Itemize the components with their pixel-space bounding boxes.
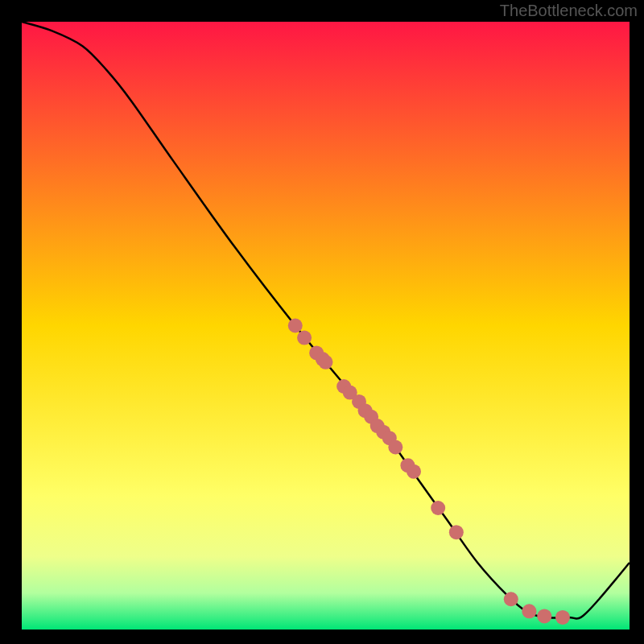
data-point <box>522 604 536 618</box>
data-point <box>555 610 570 625</box>
data-point <box>388 440 402 455</box>
data-point <box>288 319 303 333</box>
data-point <box>407 464 421 479</box>
data-point <box>319 355 333 369</box>
data-point <box>504 592 518 606</box>
data-point <box>449 525 464 539</box>
chart-container: { "watermark": "TheBottleneck.com", "cha… <box>0 0 644 644</box>
chart-svg <box>0 0 644 644</box>
data-point <box>297 331 312 345</box>
data-point <box>537 609 551 623</box>
watermark-text: TheBottleneck.com <box>500 2 638 20</box>
data-point <box>431 501 445 515</box>
plot-background <box>22 22 630 630</box>
